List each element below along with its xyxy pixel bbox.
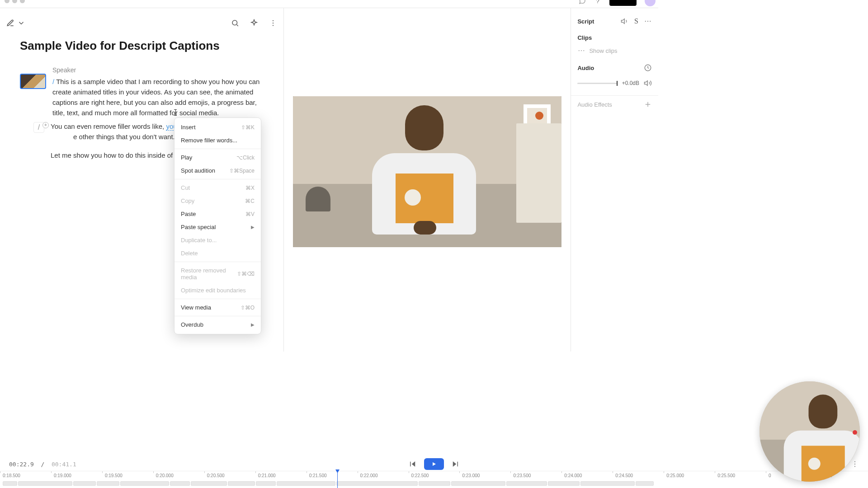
properties-panel: Script S Clips Show clips Audio +0.0dB A… bbox=[571, 8, 658, 352]
video-pane bbox=[284, 8, 571, 352]
menu-view-media[interactable]: View media⇧⌘O bbox=[175, 301, 261, 314]
search-icon[interactable] bbox=[231, 19, 239, 27]
volume-icon[interactable] bbox=[621, 17, 629, 25]
app-top-bar: ? bbox=[0, 0, 658, 8]
user-avatar[interactable] bbox=[645, 0, 656, 6]
audio-effects-label: Audio Effects bbox=[577, 101, 612, 108]
help-icon[interactable]: ? bbox=[594, 0, 601, 5]
submenu-arrow-icon: ▶ bbox=[251, 322, 255, 327]
menu-copy: Copy⌘C bbox=[175, 194, 261, 207]
svg-point-8 bbox=[650, 21, 651, 22]
svg-marker-5 bbox=[622, 19, 625, 24]
svg-point-0 bbox=[232, 20, 237, 25]
window-max-dot[interactable] bbox=[20, 0, 25, 3]
window-close-dot[interactable] bbox=[5, 0, 9, 3]
context-menu: Insert⇧⌘K Remove filler words... Play⌥Cl… bbox=[174, 117, 261, 334]
svg-point-4 bbox=[273, 25, 274, 26]
menu-delete: Delete bbox=[175, 247, 261, 260]
svg-point-3 bbox=[273, 23, 274, 23]
svg-point-11 bbox=[584, 50, 585, 51]
audio-section-label: Audio bbox=[577, 65, 594, 71]
svg-line-1 bbox=[237, 25, 238, 26]
upgrade-button[interactable] bbox=[609, 0, 637, 6]
svg-point-2 bbox=[273, 20, 274, 21]
script-section-label: Script bbox=[577, 18, 594, 25]
document-title[interactable]: Sample Video for Descript Captions bbox=[0, 30, 283, 61]
sparkle-icon[interactable] bbox=[250, 19, 258, 27]
add-audio-effect-button[interactable] bbox=[644, 100, 652, 108]
slash-marker: / bbox=[52, 78, 54, 85]
volume-speaker-icon[interactable] bbox=[644, 79, 652, 87]
svg-point-6 bbox=[645, 21, 646, 22]
clips-more-icon[interactable] bbox=[577, 47, 585, 55]
script-short-label: S bbox=[634, 17, 638, 25]
menu-paste-special[interactable]: Paste special▶ bbox=[175, 221, 261, 234]
dropdown-chevron-icon[interactable] bbox=[17, 19, 25, 27]
menu-restore-media: Restore removed media⇧⌘⌫ bbox=[175, 264, 261, 284]
svg-point-7 bbox=[647, 21, 648, 22]
menu-paste[interactable]: Paste⌘V bbox=[175, 207, 261, 221]
audio-clock-icon[interactable] bbox=[644, 64, 652, 72]
volume-slider[interactable] bbox=[577, 83, 617, 84]
svg-point-10 bbox=[581, 50, 582, 51]
window-min-dot[interactable] bbox=[12, 0, 17, 3]
menu-duplicate: Duplicate to... bbox=[175, 234, 261, 247]
show-clips-button[interactable]: Show clips bbox=[589, 47, 652, 54]
menu-remove-filler[interactable]: Remove filler words... bbox=[175, 134, 261, 147]
submenu-arrow-icon: ▶ bbox=[251, 225, 255, 230]
menu-play[interactable]: Play⌥Click bbox=[175, 151, 261, 164]
volume-db-label: +0.0dB bbox=[622, 80, 639, 86]
menu-cut: Cut⌘X bbox=[175, 181, 261, 194]
video-preview[interactable] bbox=[293, 96, 561, 247]
clips-section-label: Clips bbox=[577, 34, 592, 41]
menu-insert[interactable]: Insert⇧⌘K bbox=[175, 121, 261, 134]
text-caret-icon bbox=[175, 109, 176, 116]
speaker-label[interactable]: Speaker bbox=[52, 66, 262, 75]
svg-marker-13 bbox=[645, 81, 648, 86]
clip-thumbnail[interactable] bbox=[20, 74, 46, 89]
menu-optimize-boundaries: Optimize edit boundaries bbox=[175, 284, 261, 297]
compose-icon[interactable] bbox=[6, 19, 14, 27]
more-icon[interactable] bbox=[269, 19, 277, 27]
transcript-paragraph[interactable]: Speaker /This is a sample video that I a… bbox=[52, 66, 262, 118]
svg-point-9 bbox=[579, 50, 580, 51]
menu-spot-audition[interactable]: Spot audition⇧⌘Space bbox=[175, 164, 261, 177]
panel-more-icon[interactable] bbox=[644, 17, 652, 25]
add-paragraph-button[interactable]: + bbox=[42, 122, 49, 128]
menu-overdub[interactable]: Overdub▶ bbox=[175, 318, 261, 331]
chat-icon[interactable] bbox=[579, 0, 586, 5]
